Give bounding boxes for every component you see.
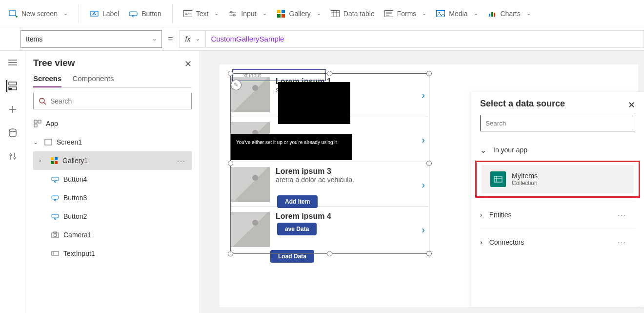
data-table-button[interactable]: Data table: [326, 6, 380, 21]
forms-button[interactable]: Forms ⌄: [380, 6, 432, 21]
screen-icon: [44, 138, 53, 146]
tree-item-label: TextInput1: [63, 250, 95, 257]
chevron-down-icon: ⌄: [152, 36, 157, 42]
resize-handle[interactable]: [327, 251, 332, 256]
tree-item-button3[interactable]: Button3: [33, 188, 192, 207]
tree-view-rail-button[interactable]: [6, 80, 18, 92]
close-icon[interactable]: ✕: [628, 100, 635, 110]
button-icon: [51, 193, 60, 202]
charts-button[interactable]: Charts ⌄: [483, 6, 536, 21]
tree-item-button4[interactable]: Button4: [33, 170, 192, 188]
tree-item-screen1[interactable]: ⌄ Screen1: [33, 133, 192, 151]
tree-item-textinput1[interactable]: TextInput1: [33, 244, 192, 263]
search-icon: [39, 97, 46, 105]
resize-handle[interactable]: [228, 251, 233, 256]
svg-point-37: [9, 129, 16, 132]
resize-handle[interactable]: [426, 71, 432, 76]
svg-rect-14: [277, 14, 281, 18]
ribbon-toolbar: New screen ⌄ Label Button Abc Text ⌄ Inp…: [0, 0, 644, 27]
chevron-down-icon: ⌄: [63, 10, 68, 17]
tree-item-label: Gallery1: [62, 157, 88, 165]
app-icon: [33, 119, 42, 128]
button-icon: [51, 212, 60, 221]
formula-input[interactable]: CustomGallerySample: [206, 30, 644, 48]
more-icon[interactable]: ···: [618, 211, 626, 219]
hamburger-icon[interactable]: [7, 57, 19, 68]
more-icon[interactable]: ···: [177, 157, 186, 165]
svg-rect-13: [282, 10, 285, 13]
formula-bar: Items ⌄ = fx ⌄ CustomGallerySample: [0, 27, 644, 51]
more-icon[interactable]: ···: [618, 238, 626, 246]
data-rail-button[interactable]: [7, 127, 19, 139]
charts-label: Charts: [501, 10, 521, 18]
input-button[interactable]: Input ⌄: [223, 6, 271, 21]
tree-item-label: Button4: [63, 175, 87, 183]
resize-handle[interactable]: [228, 71, 233, 76]
button-insert-button[interactable]: Button: [124, 6, 166, 21]
chevron-down-icon: ⌄: [474, 10, 478, 17]
resize-handle[interactable]: [327, 71, 332, 76]
media-label: Media: [449, 10, 467, 18]
svg-point-53: [55, 181, 56, 183]
tree-item-label: Button2: [63, 212, 87, 220]
flyout-search[interactable]: [480, 115, 635, 131]
text-button[interactable]: Abc Text ⌄: [179, 6, 224, 21]
tree-item-app[interactable]: App: [33, 114, 192, 133]
resize-handle[interactable]: [228, 161, 233, 166]
camera-icon: [51, 230, 60, 239]
label-button[interactable]: Label: [85, 6, 124, 21]
tab132-tstart[interactable]: Screens: [33, 74, 61, 87]
svg-point-41: [14, 157, 16, 159]
svg-point-55: [55, 200, 56, 201]
new-screen-button[interactable]: New screen ⌄: [4, 6, 73, 21]
tree-view-panel: Tree view ✕ Screens Components App ⌄: [25, 51, 200, 313]
tree-view-title: Tree view: [33, 58, 192, 68]
highlight-annotation: MyItems Collection: [475, 161, 640, 198]
fx-button[interactable]: fx ⌄: [179, 30, 206, 48]
data-source-myitems[interactable]: MyItems Collection: [482, 165, 634, 193]
property-select[interactable]: Items ⌄: [20, 30, 162, 48]
in-your-app-section[interactable]: ⌄ In your app: [480, 139, 635, 161]
connectors-section[interactable]: › Connectors ···: [480, 228, 635, 255]
equals-sign: =: [168, 34, 173, 44]
svg-rect-56: [52, 214, 59, 218]
tree-search-input[interactable]: [50, 97, 186, 105]
input-icon: [228, 9, 237, 18]
svg-rect-0: [9, 11, 16, 16]
resize-handle[interactable]: [426, 161, 432, 166]
close-icon[interactable]: ✕: [184, 59, 192, 69]
tree-item-button2[interactable]: Button2: [33, 207, 192, 226]
settings-rail-button[interactable]: [7, 150, 19, 162]
svg-rect-48: [51, 157, 54, 160]
selection-outline[interactable]: [230, 73, 429, 254]
insert-rail-button[interactable]: [7, 104, 19, 115]
tree-item-label: Button3: [63, 194, 87, 202]
flyout-search-input[interactable]: [485, 120, 630, 127]
chevron-right-icon[interactable]: ›: [39, 157, 46, 164]
chevron-down-icon[interactable]: ⌄: [33, 139, 40, 146]
svg-rect-34: [9, 88, 12, 90]
textinput-icon: [51, 249, 60, 258]
label-icon: [90, 9, 99, 18]
input-label: Input: [241, 10, 256, 18]
screen-plus-icon: [9, 9, 18, 18]
chevron-down-icon: ⌄: [526, 10, 531, 17]
separator: [79, 5, 79, 22]
flyout-title: Select a data source: [480, 99, 635, 109]
gallery-button[interactable]: Gallery ⌄: [272, 6, 326, 21]
chevron-down-icon: ⌄: [195, 36, 200, 42]
tab-components[interactable]: Components: [72, 74, 114, 87]
resize-handle[interactable]: [426, 251, 432, 256]
svg-text:Abc: Abc: [185, 12, 192, 16]
entities-section[interactable]: › Entities ···: [480, 201, 635, 228]
chevron-right-icon: ›: [480, 238, 483, 246]
tree-item-camera1[interactable]: Camera1: [33, 226, 192, 244]
data-source-name: MyItems: [512, 172, 538, 180]
charts-icon: [488, 9, 497, 18]
tree-item-gallery1[interactable]: › Gallery1 ···: [33, 151, 192, 170]
formula-value: CustomGallerySample: [211, 35, 284, 43]
tree-search[interactable]: [33, 93, 192, 109]
media-button[interactable]: Media ⌄: [431, 6, 483, 21]
svg-rect-54: [52, 196, 59, 199]
svg-rect-46: [34, 124, 37, 127]
